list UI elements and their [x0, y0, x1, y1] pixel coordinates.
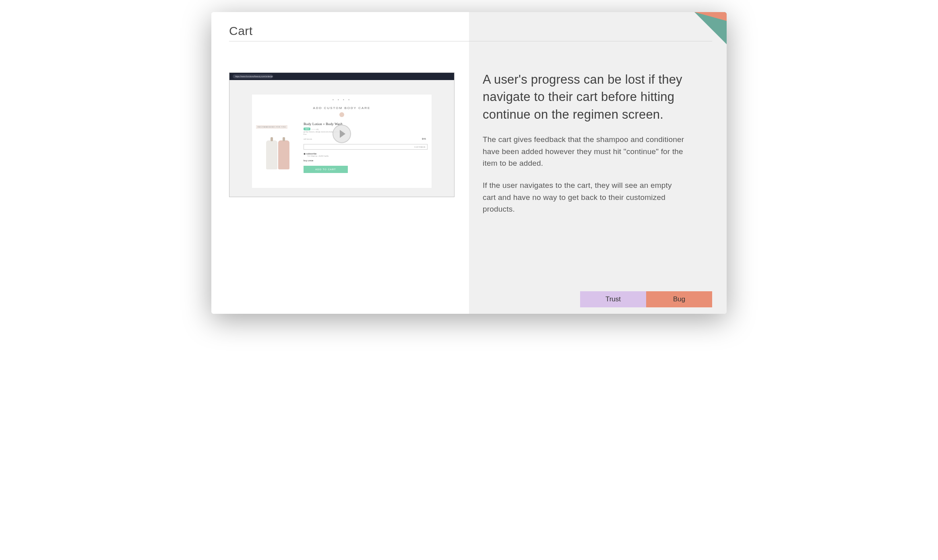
- right-pane: A user's progress can be lost if they na…: [469, 12, 727, 314]
- price: $46: [422, 138, 428, 140]
- section-caption: ADD CUSTOM BODY CARE: [252, 106, 432, 110]
- formula-select: CUSTOMIZE: [304, 144, 428, 150]
- pager-dots: • • • •: [252, 95, 432, 101]
- rating-dots: • • • • • (0): [312, 128, 318, 130]
- product-size: 8 oz: [304, 133, 428, 136]
- play-icon[interactable]: [333, 125, 351, 143]
- product-title: Body Lotion + Body Wash: [304, 122, 343, 126]
- slide-card: UX Audit • Hotjar Cart https://www.funct…: [211, 12, 727, 314]
- tag-trust: Trust: [580, 291, 646, 307]
- product-image: [256, 129, 300, 169]
- page-title: Cart: [229, 24, 451, 38]
- bottle-icon: [266, 140, 277, 169]
- subscribe-option: ◉ subscribe free shipping + double loyal…: [304, 152, 428, 157]
- product-info: Body Lotion + Body Wash NEW • • • • • (0…: [304, 122, 428, 173]
- tag-bug: Bug: [646, 291, 712, 307]
- browser-bar: https://www.functionofbeauty.com/order/p…: [229, 73, 454, 80]
- bottle-icon: [278, 140, 289, 169]
- finding-paragraph-2: If the user navigates to the cart, they …: [483, 179, 709, 215]
- tag-row: Trust Bug: [580, 291, 712, 307]
- subscribe-sub: free shipping + double loyalty: [308, 155, 428, 157]
- formula-label: edit formula: [304, 138, 312, 140]
- corner-decoration: [694, 12, 727, 44]
- add-to-cart-button: ADD TO CART: [304, 166, 348, 173]
- customize-button: CUSTOMIZE: [414, 146, 426, 148]
- avatar-icon: [339, 112, 344, 117]
- header-divider: [229, 41, 712, 41]
- new-badge: NEW: [304, 128, 310, 130]
- left-pane: Cart https://www.functionofbeauty.com/or…: [211, 12, 469, 314]
- browser-url: https://www.functionofbeauty.com/order/p…: [233, 74, 273, 78]
- recommended-badge: RECOMMENDED FOR YOU: [256, 125, 287, 129]
- screenshot-thumbnail[interactable]: https://www.functionofbeauty.com/order/p…: [229, 72, 455, 197]
- slide: UX Audit • Hotjar Cart https://www.funct…: [211, 12, 727, 314]
- finding-headline: A user's progress can be lost if they na…: [483, 71, 709, 123]
- buyonce-option: buy once: [304, 159, 428, 162]
- finding-paragraph-1: The cart gives feedback that the shampoo…: [483, 134, 709, 169]
